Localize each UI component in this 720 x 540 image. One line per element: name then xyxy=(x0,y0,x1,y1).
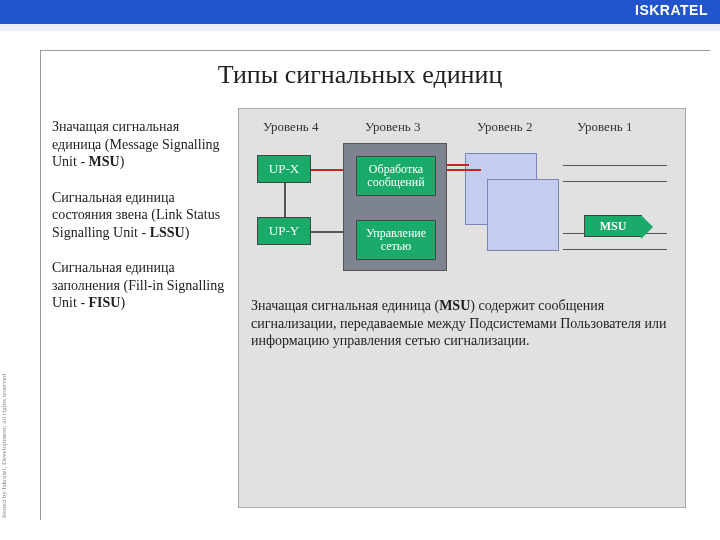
box-message-processing: Обработка сообщений xyxy=(356,156,436,196)
frame-line-vertical xyxy=(40,50,41,520)
level3-container: Обработка сообщений Управление сетью xyxy=(343,143,447,271)
label-level-1: Уровень 1 xyxy=(577,119,633,135)
line-level1 xyxy=(563,165,667,166)
diagram-panel: Уровень 4 Уровень 3 Уровень 2 Уровень 1 … xyxy=(238,108,686,508)
box-up-y: UP-Y xyxy=(257,217,311,245)
def-lssu: Сигнальная единица состояния звена (Link… xyxy=(52,189,227,242)
connector-red xyxy=(447,164,469,166)
diagram-description: Значащая сигнальная единица (MSU) содерж… xyxy=(251,297,671,350)
header-bar: ISKRATEL xyxy=(0,0,720,24)
box-network-management: Управление сетью xyxy=(356,220,436,260)
def-fisu: Сигнальная единица заполнения (Fill-in S… xyxy=(52,259,227,312)
level2-box-front xyxy=(487,179,559,251)
brand-logo: ISKRATEL xyxy=(635,2,708,18)
box-up-x: UP-X xyxy=(257,155,311,183)
def-msu: Значащая сигнальная единица (Message Sig… xyxy=(52,118,227,171)
msu-tag: MSU xyxy=(584,215,642,237)
label-level-3: Уровень 3 xyxy=(365,119,421,135)
label-level-4: Уровень 4 xyxy=(263,119,319,135)
frame-line-horizontal xyxy=(40,50,710,51)
left-definitions: Значащая сигнальная единица (Message Sig… xyxy=(52,118,227,330)
line-level1 xyxy=(563,249,667,250)
accent-line xyxy=(0,24,720,31)
label-level-2: Уровень 2 xyxy=(477,119,533,135)
copyright-notice: Issued by Iskratel, Development; all rig… xyxy=(0,374,8,518)
page-title: Типы сигнальных единиц xyxy=(0,60,720,90)
line-level1 xyxy=(563,181,667,182)
